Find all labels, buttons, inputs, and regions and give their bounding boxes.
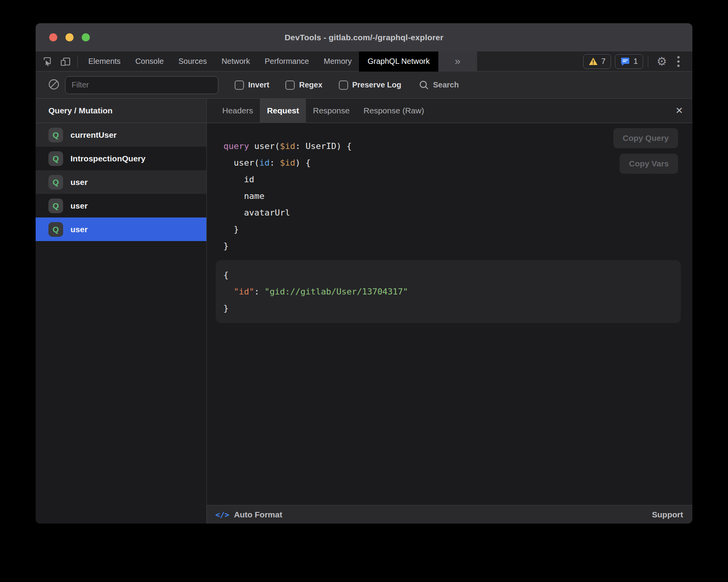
tab-response[interactable]: Response — [306, 99, 357, 123]
tab-bar-right-cluster: 7 1 ⚙ — [579, 54, 692, 69]
search-button[interactable]: Search — [419, 80, 459, 90]
minimize-window-button[interactable] — [65, 33, 74, 41]
query-list-item[interactable]: QIntrospectionQuery — [36, 147, 206, 170]
query-list-item[interactable]: Quser — [36, 217, 206, 241]
tab-network[interactable]: Network — [214, 51, 257, 72]
preserve-log-label: Preserve Log — [352, 80, 402, 89]
message-bubble-icon — [620, 57, 630, 66]
filter-toolbar: Invert Regex Preserve Log Search — [36, 72, 692, 99]
checkbox-icon — [339, 80, 348, 90]
zoom-window-button[interactable] — [82, 33, 90, 41]
window-title: DevTools - gitlab.com/-/graphql-explorer — [285, 33, 443, 42]
request-variables: { "id": "gid://gitlab/User/13704317"} — [216, 260, 681, 323]
query-name-label: currentUser — [70, 130, 117, 140]
detail-panel: Headers Request Response Response (Raw) … — [207, 99, 692, 524]
tab-graphql-network[interactable]: GraphQL Network — [359, 51, 438, 72]
regex-checkbox[interactable]: Regex — [285, 80, 322, 90]
warnings-badge[interactable]: 7 — [583, 54, 611, 69]
filter-input[interactable] — [65, 76, 218, 94]
code-line: avatarUrl — [223, 204, 692, 221]
code-line: name — [223, 188, 692, 204]
code-line: } — [223, 300, 681, 317]
query-name-label: user — [70, 225, 88, 234]
tab-headers[interactable]: Headers — [215, 99, 260, 123]
more-tabs-button[interactable]: » — [438, 51, 477, 72]
title-bar: DevTools - gitlab.com/-/graphql-explorer — [36, 23, 692, 51]
device-toolbar-icon[interactable] — [57, 51, 74, 72]
query-type-badge: Q — [48, 175, 63, 190]
query-type-badge: Q — [48, 128, 63, 142]
preserve-log-checkbox[interactable]: Preserve Log — [339, 80, 402, 90]
code-brackets-icon: </> — [215, 510, 229, 519]
devtools-window: DevTools - gitlab.com/-/graphql-explorer… — [36, 23, 692, 524]
issues-count: 1 — [634, 57, 638, 66]
code-line: } — [223, 221, 692, 238]
query-name-label: IntrospectionQuery — [70, 154, 146, 163]
code-line: { — [223, 267, 681, 283]
inspect-element-icon[interactable] — [39, 51, 57, 72]
tab-performance[interactable]: Performance — [258, 51, 317, 72]
warning-count: 7 — [601, 57, 606, 66]
support-link[interactable]: Support — [652, 510, 683, 519]
query-list-header: Query / Mutation — [36, 99, 206, 123]
copy-query-button[interactable]: Copy Query — [613, 128, 678, 148]
divider — [77, 56, 78, 67]
query-list-item[interactable]: QcurrentUser — [36, 123, 206, 147]
tab-sources[interactable]: Sources — [171, 51, 214, 72]
more-options-icon[interactable] — [671, 56, 686, 67]
code-line: "id": "gid://gitlab/User/13704317" — [223, 283, 681, 300]
traffic-lights — [49, 23, 90, 51]
divider — [648, 56, 648, 67]
settings-gear-icon[interactable]: ⚙ — [653, 55, 671, 68]
query-type-badge: Q — [48, 151, 63, 166]
tab-console[interactable]: Console — [128, 51, 171, 72]
warning-triangle-icon — [589, 57, 598, 66]
invert-checkbox[interactable]: Invert — [235, 80, 269, 90]
close-detail-icon[interactable]: ✕ — [675, 105, 683, 116]
request-body: query user($id: UserID) { user(id: $id) … — [207, 123, 692, 505]
query-list: QcurrentUserQIntrospectionQueryQuserQuse… — [36, 123, 206, 241]
invert-label: Invert — [248, 80, 269, 89]
issues-badge[interactable]: 1 — [615, 54, 643, 69]
clear-block-icon[interactable] — [48, 79, 60, 92]
detail-tab-bar: Headers Request Response Response (Raw) … — [207, 99, 692, 123]
checkbox-icon — [235, 80, 244, 90]
query-name-label: user — [70, 201, 88, 211]
detail-footer: </> Auto Format Support — [207, 505, 692, 524]
tab-elements[interactable]: Elements — [81, 51, 128, 72]
main-split: Query / Mutation QcurrentUserQIntrospect… — [36, 99, 692, 524]
query-type-badge: Q — [48, 199, 63, 213]
auto-format-button[interactable]: Auto Format — [234, 510, 282, 519]
checkbox-icon — [285, 80, 295, 90]
tab-response-raw[interactable]: Response (Raw) — [357, 99, 431, 123]
code-line: } — [223, 238, 692, 254]
copy-vars-button[interactable]: Copy Vars — [620, 154, 678, 174]
query-list-item[interactable]: Quser — [36, 194, 206, 217]
query-type-badge: Q — [48, 222, 63, 237]
tab-memory[interactable]: Memory — [316, 51, 359, 72]
regex-label: Regex — [299, 80, 322, 89]
search-label: Search — [433, 80, 459, 89]
query-name-label: user — [70, 178, 88, 187]
query-list-panel: Query / Mutation QcurrentUserQIntrospect… — [36, 99, 207, 524]
tab-request[interactable]: Request — [260, 99, 306, 123]
query-list-item[interactable]: Quser — [36, 170, 206, 194]
devtools-tab-bar: Elements Console Sources Network Perform… — [36, 51, 692, 72]
close-window-button[interactable] — [49, 33, 57, 41]
search-icon — [419, 80, 429, 90]
